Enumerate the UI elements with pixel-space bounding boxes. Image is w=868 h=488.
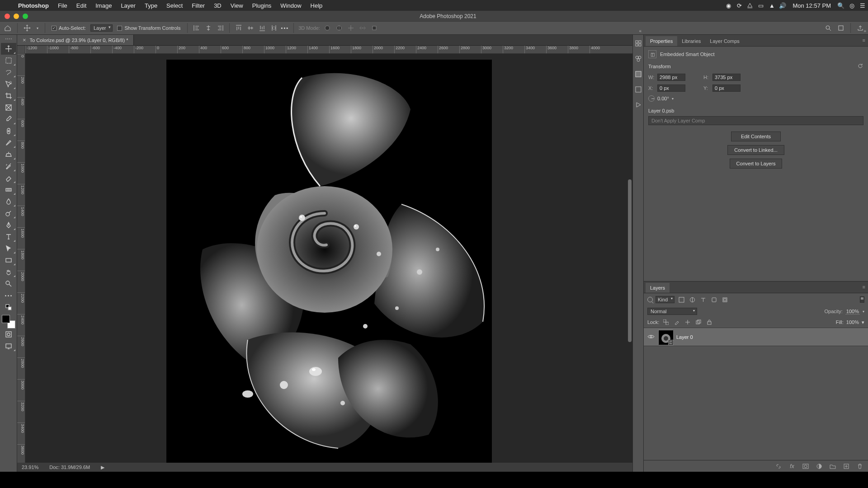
app-menu[interactable]: Photoshop (14, 2, 53, 9)
align-bottom-button[interactable] (258, 24, 267, 32)
menu-help[interactable]: Help (306, 2, 327, 9)
width-input[interactable]: 2988 px (657, 74, 685, 81)
wifi-icon[interactable]: ⧋ (745, 2, 755, 9)
layer-effects-icon[interactable]: fx (788, 463, 796, 470)
crop-tool[interactable] (1, 90, 16, 102)
path-select-tool[interactable] (1, 243, 16, 254)
history-brush-tool[interactable] (1, 160, 16, 172)
home-button[interactable] (3, 23, 13, 33)
lock-all-icon[interactable] (705, 319, 713, 326)
screen-mode-tool[interactable] (1, 340, 16, 352)
volume-icon[interactable]: 🔊 (777, 2, 788, 9)
lock-paint-icon[interactable] (673, 319, 681, 326)
color-panel-icon[interactable] (633, 38, 643, 48)
patterns-panel-icon[interactable] (633, 84, 643, 94)
pen-tool[interactable] (1, 219, 16, 231)
menu-layer[interactable]: Layer (116, 2, 140, 9)
tab-layers[interactable]: Layers (646, 283, 670, 293)
y-input[interactable]: 0 px (712, 84, 741, 92)
quick-select-tool[interactable] (1, 78, 16, 90)
zoom-tool[interactable] (1, 278, 16, 290)
menu-3d[interactable]: 3D (209, 2, 226, 9)
filter-adjustment-icon[interactable] (688, 296, 696, 303)
lasso-tool[interactable] (1, 66, 16, 78)
menu-select[interactable]: Select (162, 2, 187, 9)
dodge-tool[interactable] (1, 207, 16, 219)
menu-plugins[interactable]: Plugins (248, 2, 276, 9)
tab-properties[interactable]: Properties (646, 36, 677, 46)
healing-brush-tool[interactable] (1, 125, 16, 137)
frame-tool[interactable] (1, 102, 16, 113)
vertical-scrollbar[interactable] (628, 179, 632, 342)
color-swatch[interactable] (2, 315, 15, 328)
rotation-dial[interactable] (648, 95, 655, 102)
align-top-button[interactable] (234, 24, 243, 32)
menu-window[interactable]: Window (276, 2, 306, 9)
x-input[interactable]: 0 px (657, 84, 685, 92)
rectangle-tool[interactable] (1, 254, 16, 266)
display-icon[interactable]: ▭ (755, 2, 766, 9)
menubar-clock[interactable]: Mon 12:57 PM (788, 2, 835, 9)
filter-smartobject-icon[interactable] (721, 296, 729, 303)
convert-to-layers-button[interactable]: Convert to Layers (730, 159, 783, 169)
auto-select-checkbox[interactable]: ✓ Auto-Select: (50, 25, 88, 31)
search-button[interactable] (823, 23, 833, 33)
swatches-panel-icon[interactable] (633, 54, 643, 64)
distribute-button[interactable] (269, 24, 278, 32)
panel-menu-icon[interactable]: ≡ (863, 38, 865, 43)
height-input[interactable]: 3735 px (712, 74, 741, 81)
move-tool[interactable] (1, 43, 16, 55)
layer-thumbnail[interactable]: ◫ (658, 330, 673, 344)
align-hcenter-button[interactable] (204, 24, 213, 32)
spotlight-icon[interactable]: 🔍 (835, 2, 846, 9)
eraser-tool[interactable] (1, 172, 16, 184)
horizontal-ruler[interactable]: -1200-1000-800-600-400-20002004006008001… (25, 46, 632, 54)
filter-type-icon[interactable] (699, 296, 707, 303)
filter-toggle-switch[interactable] (860, 296, 864, 303)
new-layer-icon[interactable] (843, 463, 850, 470)
clone-stamp-tool[interactable] (1, 149, 16, 160)
filter-shape-icon[interactable] (710, 296, 718, 303)
eyedropper-tool[interactable] (1, 113, 16, 125)
creative-cloud-icon[interactable]: ◉ (723, 2, 734, 9)
menu-filter[interactable]: Filter (187, 2, 209, 9)
zoom-readout[interactable]: 23.91% (22, 465, 38, 470)
blur-tool[interactable] (1, 196, 16, 207)
type-tool[interactable] (1, 231, 16, 243)
control-center-icon[interactable]: ☰ (857, 2, 868, 9)
layer-mask-icon[interactable] (802, 463, 809, 470)
layer-name[interactable]: Layer 0 (676, 334, 693, 340)
lock-nesting-icon[interactable] (694, 319, 703, 326)
convert-to-linked-button[interactable]: Convert to Linked... (727, 145, 784, 155)
document-tab[interactable]: × To Colorize.psd @ 23.9% (Layer 0, RGB/… (17, 35, 134, 45)
opacity-dropdown-arrow[interactable]: ▾ (863, 310, 864, 314)
brush-tool[interactable] (1, 137, 16, 149)
quick-mask-button[interactable] (1, 328, 16, 340)
menu-type[interactable]: Type (140, 2, 162, 9)
align-vcenter-button[interactable] (246, 24, 255, 32)
siri-icon[interactable]: ◎ (846, 2, 857, 9)
zoom-window-button[interactable] (23, 14, 28, 19)
lock-position-icon[interactable] (684, 319, 692, 326)
filter-kind-dropdown[interactable]: Kind (656, 296, 675, 303)
toolbox-grip[interactable] (2, 38, 15, 41)
status-arrow-icon[interactable]: ▶ (101, 465, 104, 470)
tab-layer-comps[interactable]: Layer Comps (705, 36, 744, 46)
show-transform-checkbox[interactable]: Show Transform Controls (115, 25, 182, 31)
menu-view[interactable]: View (226, 2, 248, 9)
align-right-button[interactable] (216, 24, 225, 32)
vertical-ruler[interactable]: 0200400600800100012001400160018002000220… (17, 54, 25, 472)
opacity-input[interactable]: 100% (845, 309, 860, 314)
edit-contents-button[interactable]: Edit Contents (731, 131, 781, 141)
gradients-panel-icon[interactable] (633, 69, 643, 79)
layer-row[interactable]: ◫ Layer 0 (644, 328, 868, 346)
expand-panels-arrow[interactable]: « (639, 28, 642, 33)
edit-toolbar-button[interactable] (1, 290, 16, 301)
auto-select-target-dropdown[interactable]: Layer (90, 24, 113, 32)
collapse-panels-arrow[interactable]: » (863, 28, 866, 33)
menu-file[interactable]: File (53, 2, 72, 9)
fill-dropdown-arrow[interactable]: ▾ (862, 319, 864, 325)
screen-mode-button[interactable] (836, 23, 846, 33)
lock-transparent-icon[interactable] (662, 319, 670, 326)
align-left-button[interactable] (192, 24, 201, 32)
